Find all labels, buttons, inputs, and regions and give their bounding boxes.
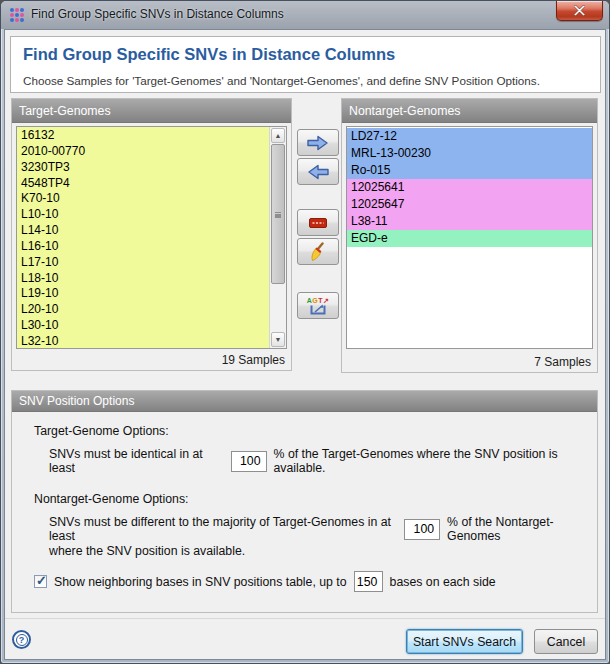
nontarget-rule-text-post: % of the Nontarget-Genomes <box>447 515 597 543</box>
snv-position-options-group: SNV Position Options Target-Genome Optio… <box>11 390 598 613</box>
remove-icon <box>309 218 327 228</box>
list-item[interactable]: L20-10 <box>17 302 269 318</box>
scroll-down-icon[interactable]: ▼ <box>271 332 285 347</box>
target-percent-input[interactable] <box>231 451 267 472</box>
close-button[interactable] <box>556 1 603 21</box>
list-item[interactable]: L38-11 <box>347 213 592 230</box>
neighbor-text-pre: Show neighboring bases in SNV positions … <box>54 575 347 589</box>
target-rule-text-pre: SNVs must be identical in at least <box>49 447 224 475</box>
page-subtitle: Choose Samples for 'Target-Genomes' and … <box>23 74 540 87</box>
start-snvs-search-button[interactable]: Start SNVs Search <box>406 629 523 654</box>
header-band: Find Group Specific SNVs in Distance Col… <box>10 36 601 93</box>
nontarget-genomes-panel: Nontarget-Genomes LD27-12MRL-13-00230Ro-… <box>341 98 598 373</box>
neighbor-bases-row: Show neighboring bases in SNV positions … <box>34 571 496 592</box>
window-title: Find Group Specific SNVs in Distance Col… <box>31 1 284 29</box>
move-to-nontarget-button[interactable] <box>297 129 339 156</box>
move-to-target-button[interactable] <box>297 158 339 185</box>
list-item[interactable]: K70-10 <box>17 191 269 207</box>
broom-icon <box>308 242 328 262</box>
nontarget-percent-input[interactable] <box>404 519 440 540</box>
arrow-right-icon <box>306 135 330 151</box>
target-samples-count: 19 Samples <box>222 353 285 367</box>
neighbor-text-post: bases on each side <box>390 575 496 589</box>
scroll-up-icon[interactable]: ▲ <box>271 128 285 143</box>
snv-position-options-header: SNV Position Options <box>12 391 597 412</box>
target-rule-text-post: % of the Target-Genomes where the SNV po… <box>274 447 597 475</box>
sequence-select-icon: AGT↗ <box>307 297 330 315</box>
clear-lists-button[interactable] <box>297 238 339 265</box>
list-item[interactable]: L30-10 <box>17 318 269 334</box>
close-icon <box>574 5 585 16</box>
target-list-scrollbar[interactable]: ▲ ▼ <box>269 127 286 348</box>
neighbor-checkbox[interactable] <box>34 575 47 588</box>
help-icon: ? <box>16 634 28 646</box>
nontarget-rule-row: SNVs must be different to the majority o… <box>49 515 597 543</box>
remove-selected-button[interactable] <box>297 209 339 236</box>
target-genomes-panel: Target-Genomes 161322010-007703230TP3454… <box>11 98 292 371</box>
nontarget-samples-count: 7 Samples <box>534 355 591 369</box>
app-icon <box>10 8 25 23</box>
nontarget-genomes-header: Nontarget-Genomes <box>342 99 597 123</box>
list-item[interactable]: L17-10 <box>17 255 269 271</box>
list-item[interactable]: LD27-12 <box>347 128 592 145</box>
list-item[interactable]: L10-10 <box>17 207 269 223</box>
target-genomes-header: Target-Genomes <box>12 99 291 123</box>
list-item[interactable]: 4548TP4 <box>17 176 269 192</box>
nontarget-genome-options-label: Nontarget-Genome Options: <box>34 492 188 506</box>
list-item[interactable]: L14-10 <box>17 223 269 239</box>
list-item[interactable]: L19-10 <box>17 286 269 302</box>
list-item[interactable]: EGD-e <box>347 230 592 247</box>
list-item[interactable]: 12025647 <box>347 196 592 213</box>
list-item[interactable]: MRL-13-00230 <box>347 145 592 162</box>
footer-separator <box>5 618 605 619</box>
target-genome-options-label: Target-Genome Options: <box>34 424 169 438</box>
neighbor-bases-input[interactable] <box>354 571 383 592</box>
nontarget-genomes-list: LD27-12MRL-13-00230Ro-015120256411202564… <box>347 127 592 348</box>
target-rule-row: SNVs must be identical in at least % of … <box>49 447 597 475</box>
list-item[interactable]: L16-10 <box>17 239 269 255</box>
cancel-button[interactable]: Cancel <box>534 629 598 654</box>
list-item[interactable]: 2010-00770 <box>17 144 269 160</box>
target-genomes-listbox[interactable]: 161322010-007703230TP34548TP4K70-10L10-1… <box>16 126 287 349</box>
nontarget-genomes-listbox[interactable]: LD27-12MRL-13-00230Ro-015120256411202564… <box>346 126 593 349</box>
list-item[interactable]: 12025641 <box>347 179 592 196</box>
select-from-alignment-button[interactable]: AGT↗ <box>297 292 339 319</box>
nontarget-rule-continuation: where the SNV position is available. <box>49 544 245 558</box>
list-item[interactable]: 16132 <box>17 128 269 144</box>
list-item[interactable]: Ro-015 <box>347 162 592 179</box>
list-item[interactable]: 3230TP3 <box>17 160 269 176</box>
list-item[interactable]: L32-10 <box>17 334 269 349</box>
scrollbar-thumb[interactable] <box>271 144 285 284</box>
title-bar: Find Group Specific SNVs in Distance Col… <box>1 1 609 29</box>
list-item[interactable]: L18-10 <box>17 271 269 287</box>
nontarget-rule-text-pre: SNVs must be different to the majority o… <box>49 515 397 543</box>
target-genomes-list: 161322010-007703230TP34548TP4K70-10L10-1… <box>17 127 269 348</box>
arrow-left-icon <box>306 164 330 180</box>
page-title: Find Group Specific SNVs in Distance Col… <box>23 45 395 64</box>
dialog-window: Find Group Specific SNVs in Distance Col… <box>0 0 610 664</box>
help-button[interactable]: ? <box>12 630 31 649</box>
